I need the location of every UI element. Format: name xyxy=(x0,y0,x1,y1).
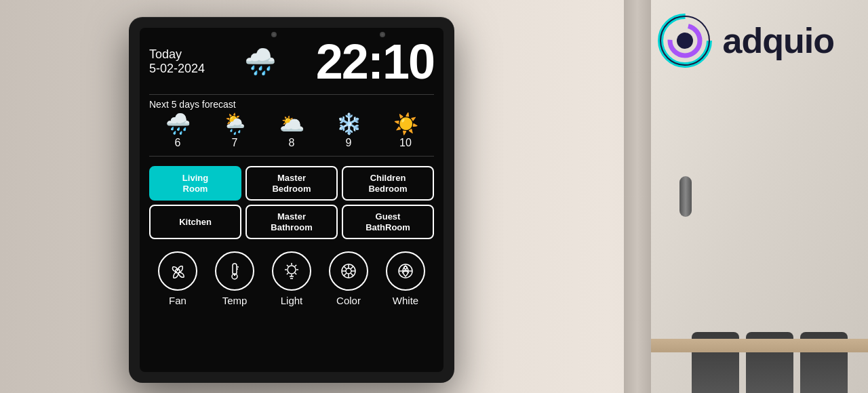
forecast-icon-5: ☀️ xyxy=(393,114,418,134)
svg-line-17 xyxy=(295,265,296,266)
control-color[interactable]: Color xyxy=(329,251,368,306)
screw-top-left xyxy=(271,32,277,37)
forecast-day-label-2: 7 xyxy=(232,137,238,149)
forecast-day-2: 🌦️ 7 xyxy=(222,114,248,149)
light-icon xyxy=(281,260,302,282)
date-value: 5-02-2024 xyxy=(149,62,205,76)
control-fan[interactable]: Fan xyxy=(158,251,197,306)
forecast-day-label-3: 8 xyxy=(289,137,295,149)
header-row: Today 5-02-2024 🌧️ 22:10 xyxy=(149,37,434,86)
control-light[interactable]: Light xyxy=(272,251,311,306)
light-icon-circle xyxy=(272,251,311,291)
table-edge xyxy=(651,339,868,352)
controls-row: Fan Temp xyxy=(149,249,434,306)
forecast-day-label-1: 6 xyxy=(175,137,181,149)
door-frame xyxy=(624,0,651,393)
svg-point-33 xyxy=(404,266,407,269)
forecast-icon-4: ❄️ xyxy=(336,114,361,134)
temp-icon-circle xyxy=(215,251,254,291)
today-label: Today xyxy=(149,47,205,62)
svg-line-30 xyxy=(344,273,347,276)
forecast-day-5: ☀️ 10 xyxy=(393,114,418,149)
forecast-icon-2: 🌦️ xyxy=(222,114,248,134)
white-label: White xyxy=(393,295,418,306)
svg-line-18 xyxy=(287,273,288,274)
room-btn-kitchen[interactable]: Kitchen xyxy=(149,205,241,239)
device-wrapper: Today 5-02-2024 🌧️ 22:10 Next 5 days for… xyxy=(129,17,454,383)
time-display: 22:10 xyxy=(316,37,434,86)
rooms-grid: LivingRoom MasterBedroom ChildrenBedroom… xyxy=(149,166,434,239)
fan-icon xyxy=(167,260,189,282)
fan-icon-circle xyxy=(158,251,197,291)
chairs-area xyxy=(651,257,868,393)
forecast-day-3: 🌥️ 8 xyxy=(279,114,304,149)
device-panel: Today 5-02-2024 🌧️ 22:10 Next 5 days for… xyxy=(129,17,454,383)
svg-line-27 xyxy=(344,266,347,269)
screw-top-right xyxy=(380,32,385,37)
room-btn-master-bathroom[interactable]: MasterBathroom xyxy=(245,205,338,239)
divider-1 xyxy=(149,94,434,95)
forecast-icon-1: 🌧️ xyxy=(165,114,191,134)
divider-2 xyxy=(149,156,434,157)
room-btn-master-bedroom[interactable]: MasterBedroom xyxy=(245,166,338,201)
svg-line-16 xyxy=(295,273,296,274)
control-temp[interactable]: Temp xyxy=(215,251,254,306)
room-btn-living-room[interactable]: LivingRoom xyxy=(149,166,241,201)
room-btn-children-bedroom[interactable]: ChildrenBedroom xyxy=(342,166,434,201)
color-icon xyxy=(338,260,359,282)
white-icon xyxy=(395,260,416,282)
temp-icon xyxy=(224,260,245,282)
svg-point-10 xyxy=(288,266,296,274)
forecast-day-1: 🌧️ 6 xyxy=(165,114,191,149)
door-handle xyxy=(679,176,692,217)
room-btn-guest-bathroom[interactable]: GuestBathRoom xyxy=(342,205,434,239)
control-white[interactable]: White xyxy=(386,251,425,306)
fan-label: Fan xyxy=(169,295,186,306)
color-label: Color xyxy=(336,295,361,306)
svg-line-28 xyxy=(351,273,353,276)
forecast-icon-3: 🌥️ xyxy=(279,114,304,134)
forecast-label: Next 5 days forecast xyxy=(149,99,434,110)
svg-point-22 xyxy=(346,268,351,274)
color-icon-circle xyxy=(329,251,368,291)
date-section: Today 5-02-2024 xyxy=(149,47,205,76)
white-icon-circle xyxy=(386,251,425,291)
forecast-day-label-5: 10 xyxy=(399,137,412,149)
svg-point-2 xyxy=(677,33,693,49)
svg-rect-5 xyxy=(233,264,237,274)
svg-line-15 xyxy=(287,265,288,266)
forecast-day-label-4: 9 xyxy=(346,137,352,149)
svg-line-29 xyxy=(351,266,353,269)
temp-label: Temp xyxy=(222,295,248,306)
logo-area: adquio xyxy=(658,14,834,68)
logo-text: adquio xyxy=(723,20,834,61)
device-screen: Today 5-02-2024 🌧️ 22:10 Next 5 days for… xyxy=(140,28,443,372)
adquio-logo-icon xyxy=(658,14,712,68)
forecast-day-4: ❄️ 9 xyxy=(336,114,361,149)
forecast-row: 🌧️ 6 🌦️ 7 🌥️ 8 ❄️ 9 ☀️ 10 xyxy=(149,114,434,149)
main-weather-icon: 🌧️ xyxy=(244,47,276,77)
light-label: Light xyxy=(281,295,303,306)
